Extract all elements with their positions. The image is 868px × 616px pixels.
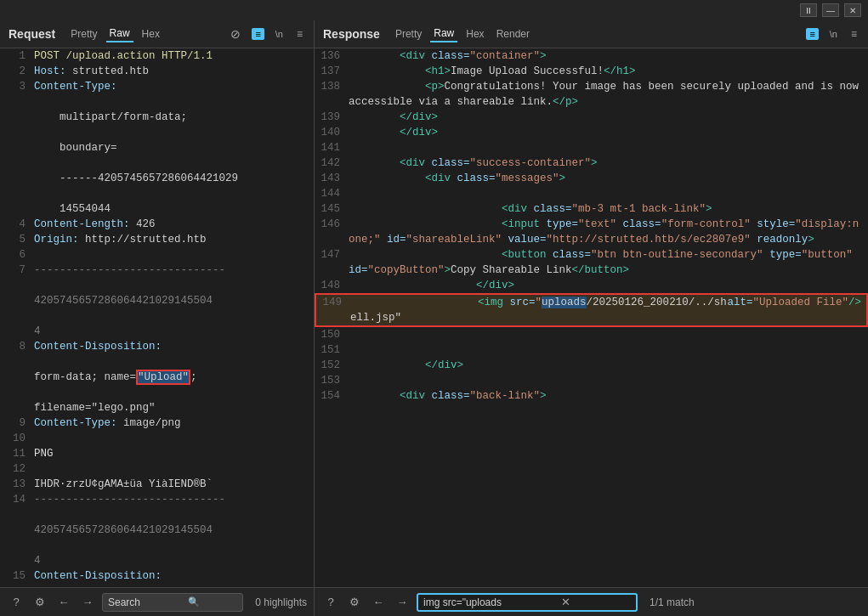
help-icon-right[interactable]: ? (321, 593, 340, 612)
table-row: 6 (0, 247, 314, 263)
table-row: 153 (315, 373, 868, 388)
clear-search-button[interactable]: ✕ (559, 596, 572, 608)
table-row: 145 <div class="mb-3 mt-1 back-link"> (315, 201, 868, 217)
table-row: 14 ------------------------------ 420574… (0, 492, 314, 568)
table-row: 147 <button class="btn btn-outline-secon… (315, 247, 868, 278)
table-row: 3 Content-Type: multipart/form-data; bou… (0, 79, 314, 217)
nowrap-icon-response[interactable]: \n (827, 28, 840, 40)
settings-icon-right[interactable]: ⚙ (345, 593, 364, 612)
back-icon-right[interactable]: ← (369, 593, 388, 612)
table-row: 137 <h1>Image Upload Successful!</h1> (315, 64, 868, 79)
response-content[interactable]: 136 <div class="container"> 137 <h1>Imag… (315, 48, 868, 587)
table-row: 5 Origin: http://strutted.htb (0, 232, 314, 247)
request-panel: Request Pretty Raw Hex ⊘ ≡ \n ≡ 1 POST /… (0, 20, 315, 587)
tab-hex-request[interactable]: Hex (139, 26, 163, 42)
table-row: 15 Content-Disposition: form-data; name=… (0, 568, 314, 587)
table-row: 144 (315, 186, 868, 201)
table-row: 7 ------------------------------ 4205745… (0, 263, 314, 339)
bottom-bar-left: ? ⚙ ← → 🔍 0 highlights (0, 588, 315, 616)
tab-pretty-request[interactable]: Pretty (67, 26, 100, 42)
table-row: 146 <input type="text" class="form-contr… (315, 217, 868, 247)
request-tabs: Pretty Raw Hex (67, 25, 163, 42)
close-button[interactable]: ✕ (844, 3, 861, 17)
main-panels: Request Pretty Raw Hex ⊘ ≡ \n ≡ 1 POST /… (0, 20, 868, 587)
back-icon-left[interactable]: ← (54, 593, 73, 612)
wrap-icon-response[interactable]: ≡ (806, 28, 818, 40)
response-panel: Response Pretty Raw Hex Render ≡ \n ≡ 13… (315, 20, 868, 587)
tab-raw-request[interactable]: Raw (106, 25, 133, 42)
table-row: 148 </div> (315, 278, 868, 293)
table-row: 140 </div> (315, 125, 868, 140)
request-header: Request Pretty Raw Hex ⊘ ≡ \n ≡ (0, 20, 314, 48)
response-title: Response (323, 27, 380, 41)
minimize-button[interactable]: — (822, 3, 839, 17)
top-bar: ⏸ — ✕ (0, 0, 868, 20)
table-row: 9 Content-Type: image/png (0, 415, 314, 431)
table-row-highlighted: 149 <img src="uploads/20250126_200210/..… (315, 293, 868, 327)
table-row: 2 Host: strutted.htb (0, 64, 314, 79)
wrap-icon-request[interactable]: ≡ (252, 28, 264, 40)
table-row: 1 POST /upload.action HTTP/1.1 (0, 48, 314, 64)
tab-raw-response[interactable]: Raw (430, 25, 457, 42)
search-input-right[interactable] (423, 596, 559, 608)
search-box-right[interactable]: ✕ (417, 593, 638, 612)
nowrap-icon-request[interactable]: \n (273, 28, 286, 40)
table-row: 8 Content-Disposition: form-data; name="… (0, 339, 314, 415)
help-icon-left[interactable]: ? (7, 593, 26, 612)
request-content[interactable]: 1 POST /upload.action HTTP/1.1 2 Host: s… (0, 48, 314, 587)
settings-icon-left[interactable]: ⚙ (31, 593, 49, 612)
response-header: Response Pretty Raw Hex Render ≡ \n ≡ (315, 20, 868, 48)
tab-render-response[interactable]: Render (493, 26, 533, 42)
table-row: 143 <div class="messages"> (315, 171, 868, 186)
bottom-bar-right: ? ⚙ ← → ✕ 1/1 match (315, 588, 868, 616)
table-row: 141 (315, 140, 868, 155)
search-box-left[interactable]: 🔍 (102, 593, 243, 612)
forward-icon-right[interactable]: → (393, 593, 411, 612)
table-row: 150 (315, 327, 868, 342)
table-row: 4 Content-Length: 426 (0, 217, 314, 232)
tab-hex-response[interactable]: Hex (462, 26, 487, 42)
highlight-count: 0 highlights (255, 596, 307, 608)
menu-icon-response[interactable]: ≡ (848, 27, 859, 41)
bottom-bar: ? ⚙ ← → 🔍 0 highlights ? ⚙ ← → ✕ 1/1 mat… (0, 587, 868, 616)
search-input-left[interactable] (108, 596, 184, 608)
search-icon-left: 🔍 (188, 596, 200, 608)
forward-icon-left[interactable]: → (78, 593, 97, 612)
table-row: 12 (0, 461, 314, 477)
table-row: 152 </div> (315, 358, 868, 373)
table-row: 139 </div> (315, 110, 868, 125)
match-info: 1/1 match (650, 596, 695, 608)
copy-icon-request[interactable]: ⊘ (228, 26, 243, 42)
response-tabs: Pretty Raw Hex Render (392, 25, 533, 42)
table-row: 142 <div class="success-container"> (315, 155, 868, 171)
table-row: 138 <p>Congratulations! Your image has b… (315, 79, 868, 110)
table-row: 13 IHDR·zrzU¢gAMA±üa YiàIEND®B` (0, 477, 314, 492)
table-row: 10 (0, 431, 314, 446)
tab-pretty-response[interactable]: Pretty (392, 26, 425, 42)
table-row: 151 (315, 342, 868, 358)
table-row: 136 <div class="container"> (315, 48, 868, 64)
table-row: 154 <div class="back-link"> (315, 388, 868, 404)
pause-button[interactable]: ⏸ (800, 3, 817, 17)
request-title: Request (9, 27, 55, 41)
menu-icon-request[interactable]: ≡ (294, 27, 305, 41)
table-row: 11 PNG (0, 446, 314, 461)
